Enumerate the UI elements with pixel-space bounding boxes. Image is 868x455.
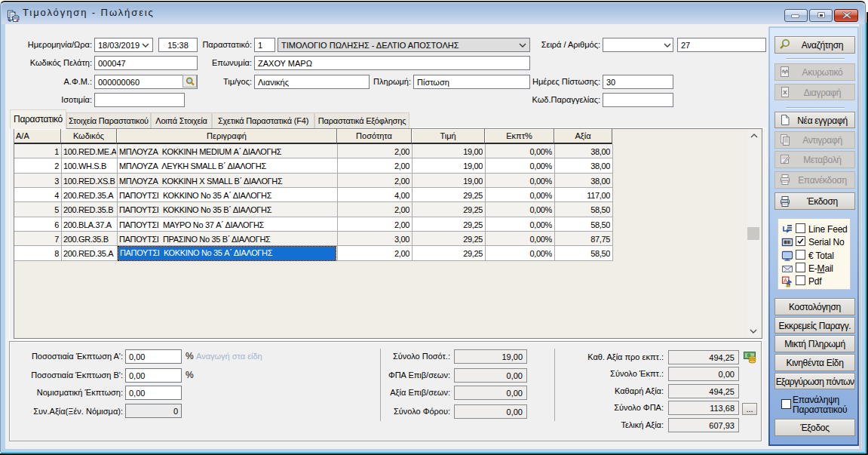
- svg-text:A: A: [784, 277, 787, 284]
- svg-text:!: !: [787, 284, 788, 287]
